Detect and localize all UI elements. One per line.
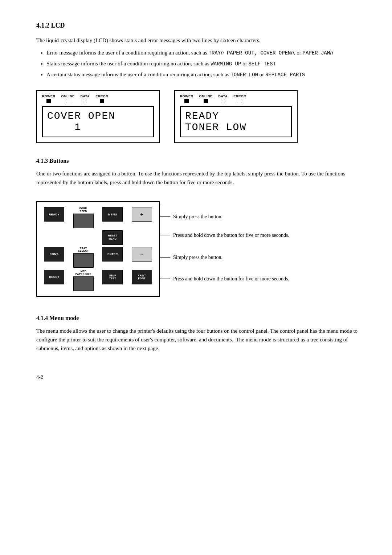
- lcd2-online-indicator: ONLINE: [199, 94, 213, 103]
- lcd1-online-indicator: ONLINE: [61, 94, 75, 103]
- menu-section: 4.1.4 Menu mode The menu mode allows the…: [36, 315, 363, 353]
- annotation-4: Press and hold down the button for five …: [160, 275, 289, 283]
- btn-form-feed-square: [73, 214, 94, 228]
- lcd-panel-1: POWER ONLINE DATA ERROR COVER OPEN 1: [36, 90, 160, 143]
- lcd2-error-indicator: ERROR: [233, 94, 246, 103]
- buttons-grid: READY FORMFEED MENU + RESETMENU: [41, 207, 155, 291]
- buttons-intro: One or two functions are assigned to a b…: [36, 169, 363, 187]
- btn-enter: ENTER: [99, 247, 126, 268]
- btn-plus-square: +: [132, 207, 152, 222]
- lcd1-online-led: [66, 99, 70, 103]
- btn-mff-square: [73, 276, 94, 291]
- btn-form-feed: FORMFEED: [70, 207, 97, 228]
- annotation-2: Press and hold down the button for five …: [160, 231, 289, 239]
- buttons-diagram: READY FORMFEED MENU + RESETMENU: [36, 201, 363, 296]
- btn-placeholder3: [132, 230, 152, 245]
- lcd2-power-led: [184, 99, 189, 103]
- annotation-2-text: Press and hold down the button for five …: [170, 231, 289, 239]
- btn-reset-menu: RESETMENU: [99, 230, 126, 245]
- annotation-1-text: Simply press the button.: [170, 213, 222, 220]
- btn-minus: –: [128, 247, 156, 268]
- btn-menu: MENU: [99, 207, 126, 228]
- lcd1-power-indicator: POWER: [42, 94, 56, 103]
- ann-dash-4: [160, 279, 170, 279]
- lcd1-error-led: [100, 99, 104, 103]
- btn-reset-menu-square: RESETMENU: [102, 230, 123, 245]
- btn-reset: RESET: [41, 270, 68, 291]
- btn-mff: MFFPAPER SIZE: [70, 270, 97, 291]
- btn-reset-square: RESET: [44, 270, 64, 284]
- section-intro: The liquid-crystal display (LCD) shows s…: [36, 36, 363, 45]
- annotation-1: Simply press the button.: [160, 213, 289, 220]
- lcd2-online-led: [204, 99, 208, 103]
- bullet-item-3: A certain status message informs the use…: [46, 70, 363, 80]
- lcd2-data-indicator: DATA: [219, 94, 228, 103]
- menu-text2: The menu mode is structured as a tree co…: [36, 337, 348, 351]
- btn-menu-square: MENU: [102, 207, 123, 222]
- buttons-section-title: 4.1.3 Buttons: [36, 158, 363, 164]
- lcd2-error-led: [238, 99, 242, 103]
- btn-spacer3: [128, 230, 156, 245]
- btn-self-test-square: SELFTEST: [102, 270, 123, 284]
- ann-dash-2: [160, 235, 170, 235]
- lcd1-error-indicator: ERROR: [95, 94, 108, 103]
- btn-ready-square: READY: [44, 207, 64, 222]
- button-annotations: Simply press the button. Press and hold …: [160, 206, 289, 283]
- lcd1-power-led: [46, 99, 51, 103]
- annotation-4-text: Press and hold down the button for five …: [170, 275, 289, 283]
- lcd1-data-indicator: DATA: [81, 94, 90, 103]
- menu-text1: The menu mode allows the user to change …: [36, 327, 363, 353]
- lcd-diagrams: POWER ONLINE DATA ERROR COVER OPEN 1: [36, 90, 363, 143]
- btn-print-font: PRINTFONT: [128, 270, 156, 291]
- btn-cont: CONT.: [41, 247, 68, 268]
- btn-tray-select-square: [73, 253, 94, 268]
- btn-ready: READY: [41, 207, 68, 228]
- bullet-item-2: Status message informs the user of a con…: [46, 59, 363, 69]
- btn-spacer1: [41, 230, 68, 245]
- btn-tray-select: TRAYSELECT: [70, 247, 97, 268]
- btn-plus: +: [128, 207, 156, 228]
- buttons-panel: READY FORMFEED MENU + RESETMENU: [36, 201, 160, 296]
- btn-self-test: SELFTEST: [99, 270, 126, 291]
- annotation-3-text: Simply press the button.: [170, 254, 222, 261]
- lcd1-line1: COVER OPEN 1: [47, 110, 149, 133]
- btn-placeholder1: [44, 230, 64, 245]
- lcd1-display: COVER OPEN 1: [42, 106, 154, 137]
- btn-tray-select-top: TRAYSELECT: [78, 247, 89, 252]
- btn-print-font-square: PRINTFONT: [132, 270, 152, 284]
- section-title: 4.1.2 LCD: [36, 22, 363, 29]
- lcd2-indicators: POWER ONLINE DATA ERROR: [180, 94, 292, 103]
- ann-dash-3: [160, 257, 170, 258]
- lcd1-data-led: [83, 99, 87, 103]
- lcd2-display: READY TONER LOW: [180, 106, 292, 137]
- annotation-3: Simply press the button.: [160, 254, 289, 261]
- btn-mff-top: MFFPAPER SIZE: [75, 270, 91, 275]
- lcd2-line2: TONER LOW: [185, 122, 287, 133]
- btn-form-feed-top: FORMFEED: [79, 207, 87, 212]
- btn-enter-square: ENTER: [102, 247, 123, 262]
- btn-minus-square: –: [132, 247, 152, 262]
- lcd2-line1: READY: [185, 110, 287, 122]
- bullet-list: Error message informs the user of a cond…: [46, 48, 363, 79]
- menu-section-title: 4.1.4 Menu mode: [36, 315, 363, 321]
- lcd2-data-led: [221, 99, 225, 103]
- lcd1-indicators: POWER ONLINE DATA ERROR: [42, 94, 154, 103]
- lcd-panel-2: POWER ONLINE DATA ERROR READY TONER LOW: [174, 90, 298, 143]
- btn-placeholder2: [73, 230, 94, 245]
- lcd2-power-indicator: POWER: [180, 94, 193, 103]
- page-number: 4-2: [36, 374, 363, 380]
- ann-dash-1: [160, 216, 170, 217]
- btn-cont-square: CONT.: [44, 247, 64, 262]
- bullet-item-1: Error message informs the user of a cond…: [46, 48, 363, 58]
- btn-spacer2: [70, 230, 97, 245]
